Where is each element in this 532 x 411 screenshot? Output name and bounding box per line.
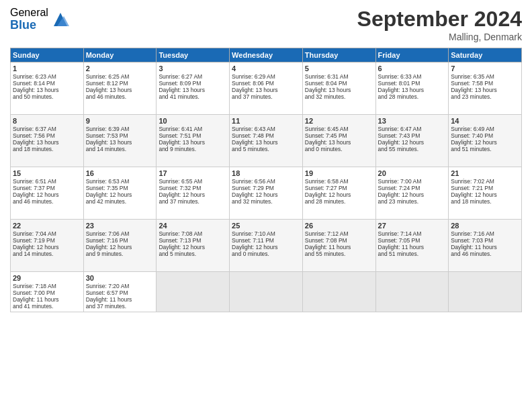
day-detail: Daylight: 13 hours: [13, 139, 81, 146]
day-detail: and 50 minutes.: [13, 93, 81, 100]
day-detail: Sunrise: 6:49 AM: [451, 126, 519, 132]
day-detail: and 14 minutes.: [86, 146, 154, 152]
day-detail: Daylight: 12 hours: [378, 139, 447, 146]
day-detail: and 28 minutes.: [378, 93, 447, 100]
logo: General Blue: [10, 7, 71, 32]
day-detail: Daylight: 12 hours: [232, 191, 300, 198]
table-row: 25Sunrise: 7:10 AMSunset: 7:11 PMDayligh…: [230, 220, 303, 272]
day-detail: and 32 minutes.: [232, 198, 300, 205]
day-detail: Sunrise: 7:10 AM: [232, 230, 300, 237]
day-detail: Daylight: 11 hours: [13, 296, 81, 303]
day-detail: Sunrise: 7:04 AM: [13, 230, 81, 237]
day-detail: Sunrise: 7:20 AM: [86, 283, 154, 289]
day-detail: Sunset: 7:32 PM: [159, 185, 227, 191]
day-detail: Sunset: 8:01 PM: [378, 80, 447, 87]
day-number: 15: [13, 169, 81, 177]
logo-blue: Blue: [10, 19, 48, 32]
day-detail: Sunset: 8:06 PM: [232, 80, 300, 87]
table-row: 5Sunrise: 6:31 AMSunset: 8:04 PMDaylight…: [302, 62, 375, 115]
day-number: 19: [305, 169, 373, 177]
day-number: 25: [232, 222, 300, 230]
day-detail: Sunset: 8:04 PM: [305, 80, 373, 87]
logo-icon: [50, 9, 71, 30]
col-sunday: Sunday: [11, 48, 84, 62]
day-number: 9: [86, 117, 154, 125]
day-detail: Daylight: 13 hours: [86, 139, 154, 146]
table-row: 21Sunrise: 7:02 AMSunset: 7:21 PMDayligh…: [449, 167, 522, 220]
day-number: 27: [378, 222, 447, 230]
day-number: 2: [86, 64, 154, 73]
day-detail: Sunrise: 6:43 AM: [232, 126, 300, 132]
day-detail: Sunrise: 6:23 AM: [13, 73, 81, 80]
day-detail: Sunrise: 7:18 AM: [13, 283, 81, 289]
day-number: 14: [451, 117, 519, 125]
day-number: 11: [232, 117, 300, 125]
day-detail: Sunset: 7:56 PM: [13, 132, 81, 139]
table-row: 12Sunrise: 6:45 AMSunset: 7:45 PMDayligh…: [302, 115, 375, 167]
day-detail: Sunrise: 6:27 AM: [159, 73, 227, 80]
day-detail: and 55 minutes.: [305, 250, 373, 257]
day-number: 30: [86, 274, 154, 282]
table-row: 9Sunrise: 6:39 AMSunset: 7:53 PMDaylight…: [83, 115, 157, 167]
day-detail: and 37 minutes.: [159, 198, 227, 205]
day-detail: Daylight: 12 hours: [232, 244, 300, 250]
day-number: 12: [305, 117, 373, 125]
day-detail: and 46 minutes.: [451, 250, 519, 257]
table-row: 26Sunrise: 7:12 AMSunset: 7:08 PMDayligh…: [302, 220, 375, 272]
day-detail: Daylight: 13 hours: [232, 139, 300, 146]
day-detail: and 37 minutes.: [232, 93, 300, 100]
table-row: 8Sunrise: 6:37 AMSunset: 7:56 PMDaylight…: [11, 115, 84, 167]
day-number: 16: [86, 169, 154, 177]
day-detail: Daylight: 12 hours: [159, 191, 227, 198]
day-detail: Sunrise: 6:29 AM: [232, 73, 300, 80]
day-detail: and 51 minutes.: [451, 146, 519, 152]
day-detail: Sunset: 7:08 PM: [305, 237, 373, 244]
calendar-week-row: 29Sunrise: 7:18 AMSunset: 7:00 PMDayligh…: [11, 272, 522, 312]
day-number: 23: [86, 222, 154, 230]
location: Malling, Denmark: [357, 32, 522, 42]
day-detail: Sunset: 7:05 PM: [378, 237, 447, 244]
col-monday: Monday: [83, 48, 157, 62]
table-row: 6Sunrise: 6:33 AMSunset: 8:01 PMDaylight…: [375, 62, 449, 115]
day-detail: Daylight: 13 hours: [86, 87, 154, 93]
day-detail: and 14 minutes.: [13, 250, 81, 257]
table-row: 13Sunrise: 6:47 AMSunset: 7:43 PMDayligh…: [375, 115, 449, 167]
table-row: 18Sunrise: 6:56 AMSunset: 7:29 PMDayligh…: [230, 167, 303, 220]
day-detail: Daylight: 12 hours: [13, 244, 81, 250]
day-detail: Daylight: 11 hours: [305, 244, 373, 250]
day-detail: Daylight: 13 hours: [378, 87, 447, 93]
day-detail: and 42 minutes.: [86, 198, 154, 205]
day-detail: and 0 minutes.: [232, 250, 300, 257]
day-detail: Sunrise: 7:08 AM: [159, 230, 227, 237]
day-detail: and 41 minutes.: [13, 303, 81, 310]
day-number: 7: [451, 64, 519, 73]
day-detail: Daylight: 13 hours: [159, 87, 227, 93]
day-number: 29: [13, 274, 81, 282]
month-title: September 2024: [357, 7, 522, 32]
day-number: 10: [159, 117, 227, 125]
day-detail: Sunset: 6:57 PM: [86, 289, 154, 296]
table-row: 20Sunrise: 7:00 AMSunset: 7:24 PMDayligh…: [375, 167, 449, 220]
table-row: 15Sunrise: 6:51 AMSunset: 7:37 PMDayligh…: [11, 167, 84, 220]
day-detail: and 51 minutes.: [378, 250, 447, 257]
day-detail: Sunset: 7:29 PM: [232, 185, 300, 191]
calendar: Sunday Monday Tuesday Wednesday Thursday…: [10, 48, 522, 312]
day-detail: and 9 minutes.: [159, 146, 227, 152]
col-tuesday: Tuesday: [157, 48, 230, 62]
day-detail: Daylight: 13 hours: [451, 87, 519, 93]
calendar-header-row: Sunday Monday Tuesday Wednesday Thursday…: [11, 48, 522, 62]
day-detail: Sunset: 8:12 PM: [86, 80, 154, 87]
day-number: 6: [378, 64, 447, 73]
day-number: 21: [451, 169, 519, 177]
table-row: 7Sunrise: 6:35 AMSunset: 7:58 PMDaylight…: [449, 62, 522, 115]
day-detail: Sunrise: 7:00 AM: [378, 178, 447, 185]
day-detail: Sunset: 7:48 PM: [232, 132, 300, 139]
table-row: 2Sunrise: 6:25 AMSunset: 8:12 PMDaylight…: [83, 62, 157, 115]
table-row: 4Sunrise: 6:29 AMSunset: 8:06 PMDaylight…: [230, 62, 303, 115]
table-row: 3Sunrise: 6:27 AMSunset: 8:09 PMDaylight…: [157, 62, 230, 115]
day-detail: Sunrise: 6:53 AM: [86, 178, 154, 185]
day-detail: Sunset: 7:27 PM: [305, 185, 373, 191]
table-row: 19Sunrise: 6:58 AMSunset: 7:27 PMDayligh…: [302, 167, 375, 220]
day-detail: Sunset: 7:53 PM: [86, 132, 154, 139]
day-detail: Sunset: 7:58 PM: [451, 80, 519, 87]
